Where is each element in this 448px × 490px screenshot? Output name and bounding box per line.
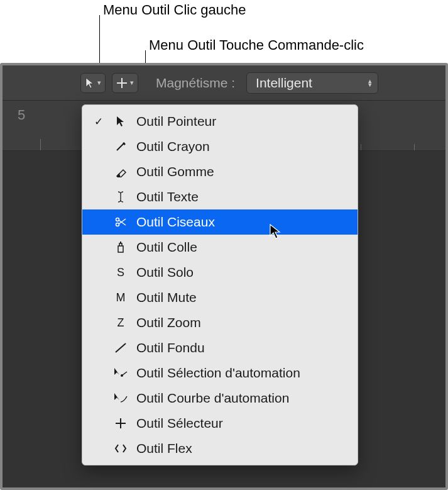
fade-line-icon xyxy=(112,342,129,354)
glue-icon xyxy=(112,241,129,253)
annotation-cmd-click: Menu Outil Touche Commande-clic xyxy=(149,37,364,53)
tool-menu: ✓Outil PointeurOutil CrayonOutil GommeOu… xyxy=(82,104,358,465)
pointer-icon xyxy=(112,116,129,127)
menu-item-automation-select[interactable]: Outil Sélection d'automation xyxy=(82,360,358,386)
menu-item-label: Outil Mute xyxy=(136,290,197,305)
marquee-icon xyxy=(116,77,128,89)
menu-item-letter-m[interactable]: MOutil Mute xyxy=(82,285,358,310)
chevron-down-icon: ▾ xyxy=(97,79,101,87)
scissors-icon xyxy=(112,216,129,228)
menu-item-label: Outil Fondu xyxy=(136,340,205,355)
menu-item-pencil[interactable]: Outil Crayon xyxy=(82,134,358,159)
updown-chevron-icon: ▲▼ xyxy=(367,79,373,87)
marquee-icon xyxy=(112,418,129,429)
menu-item-label: Outil Pointeur xyxy=(136,114,216,129)
menu-item-label: Outil Zoom xyxy=(136,315,201,330)
menu-item-text-cursor[interactable]: Outil Texte xyxy=(82,184,358,209)
menu-item-label: Outil Solo xyxy=(136,265,194,280)
letter-s-icon: S xyxy=(112,266,129,279)
menu-item-label: Outil Sélection d'automation xyxy=(136,365,300,381)
annotation-left-click: Menu Outil Clic gauche xyxy=(103,2,246,18)
svg-line-8 xyxy=(116,343,126,352)
menu-item-label: Outil Courbe d'automation xyxy=(136,391,289,406)
letter-m-icon: M xyxy=(112,291,129,304)
menu-item-letter-s[interactable]: SOutil Solo xyxy=(82,260,358,285)
eraser-icon xyxy=(112,166,129,177)
menu-item-label: Outil Flex xyxy=(136,441,192,456)
chevron-down-icon: ▾ xyxy=(130,79,134,87)
menu-item-letter-z[interactable]: ZOutil Zoom xyxy=(82,310,358,335)
svg-point-5 xyxy=(116,223,119,226)
cmd-click-tool-menu-button[interactable]: ▾ xyxy=(112,73,138,93)
menu-item-automation-curve[interactable]: Outil Courbe d'automation xyxy=(82,386,358,411)
automation-select-icon xyxy=(112,367,129,379)
menu-item-label: Outil Ciseaux xyxy=(136,214,215,230)
automation-curve-icon xyxy=(112,393,129,404)
menu-item-fade-line[interactable]: Outil Fondu xyxy=(82,335,358,360)
menu-item-label: Outil Texte xyxy=(136,189,199,204)
svg-line-10 xyxy=(122,372,127,376)
menu-item-scissors[interactable]: Outil Ciseaux xyxy=(82,209,358,235)
flex-icon xyxy=(112,443,129,454)
menu-item-flex[interactable]: Outil Flex xyxy=(82,436,358,461)
pencil-icon xyxy=(112,141,129,152)
ruler-number: 5 xyxy=(18,107,25,123)
menu-item-glue[interactable]: Outil Colle xyxy=(82,235,358,260)
letter-z-icon: Z xyxy=(112,316,129,330)
magnetism-dropdown[interactable]: Intelligent ▲▼ xyxy=(246,72,378,94)
menu-item-label: Outil Crayon xyxy=(136,139,210,154)
svg-point-4 xyxy=(116,218,119,221)
magnetism-value: Intelligent xyxy=(256,75,312,91)
menu-item-eraser[interactable]: Outil Gomme xyxy=(82,159,358,184)
menu-item-label: Outil Sélecteur xyxy=(136,416,223,431)
checkmark-icon: ✓ xyxy=(92,115,105,128)
pointer-icon xyxy=(85,77,95,89)
left-click-tool-menu-button[interactable]: ▾ xyxy=(80,73,106,93)
magnetism-label: Magnétisme : xyxy=(156,75,235,91)
toolbar: ▾ ▾ Magnétisme : Intelligent ▲▼ xyxy=(3,65,445,101)
menu-item-pointer[interactable]: ✓Outil Pointeur xyxy=(82,109,358,134)
menu-item-label: Outil Colle xyxy=(136,240,197,255)
menu-item-label: Outil Gomme xyxy=(136,164,214,179)
text-cursor-icon xyxy=(112,191,129,203)
menu-item-marquee[interactable]: Outil Sélecteur xyxy=(82,411,358,436)
